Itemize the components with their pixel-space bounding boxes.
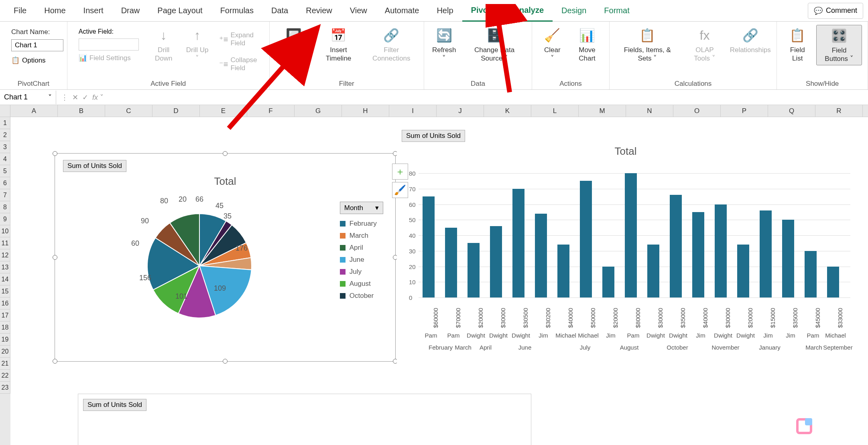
- legend-item[interactable]: April: [340, 244, 383, 252]
- row-1[interactable]: 1: [0, 117, 10, 129]
- resize-handle-tl[interactable]: [53, 151, 57, 156]
- col-B[interactable]: B: [58, 105, 105, 117]
- col-A[interactable]: A: [10, 105, 58, 117]
- row-12[interactable]: 12: [0, 249, 10, 261]
- drill-up-button[interactable]: ↑ Drill Up ˅: [183, 25, 212, 65]
- col-J[interactable]: J: [437, 105, 484, 117]
- tab-help[interactable]: Help: [428, 0, 462, 21]
- tab-draw[interactable]: Draw: [112, 0, 149, 21]
- row-22[interactable]: 22: [0, 370, 10, 382]
- bar[interactable]: [423, 196, 435, 297]
- pie-legend-dropdown[interactable]: Month ▾: [340, 202, 383, 214]
- bar[interactable]: [760, 210, 772, 297]
- col-Q[interactable]: Q: [768, 105, 815, 117]
- bar[interactable]: [670, 195, 682, 297]
- row-9[interactable]: 9: [0, 213, 10, 225]
- tab-format[interactable]: Format: [595, 0, 638, 21]
- legend-item[interactable]: March: [340, 232, 383, 240]
- row-23[interactable]: 23: [0, 382, 10, 394]
- fx-icon[interactable]: fx ˅: [92, 93, 104, 102]
- row-3[interactable]: 3: [0, 141, 10, 153]
- col-R[interactable]: R: [815, 105, 863, 117]
- row-11[interactable]: 11: [0, 237, 10, 249]
- filter-connections-button[interactable]: 🔗 Filter Connections: [365, 25, 418, 65]
- resize-handle-bm[interactable]: [223, 359, 228, 364]
- drill-down-button[interactable]: ↓ Drill Down: [148, 25, 179, 65]
- row-13[interactable]: 13: [0, 261, 10, 273]
- comment-button[interactable]: 💬 Comment: [808, 3, 863, 19]
- dots-icon[interactable]: ⋮: [61, 93, 68, 102]
- options-button[interactable]: 📋 Options: [11, 55, 63, 66]
- row-20[interactable]: 20: [0, 346, 10, 358]
- tab-data[interactable]: Data: [262, 0, 297, 21]
- bar[interactable]: [468, 243, 480, 297]
- bar-chart[interactable]: Sum of Units Sold Total ＋ 🖌️ 01020304050…: [397, 125, 854, 388]
- row-7[interactable]: 7: [0, 189, 10, 201]
- row-4[interactable]: 4: [0, 153, 10, 165]
- tab-automate[interactable]: Automate: [376, 0, 428, 21]
- row-8[interactable]: 8: [0, 201, 10, 213]
- bar[interactable]: [580, 181, 592, 297]
- row-17[interactable]: 17: [0, 309, 10, 322]
- bar[interactable]: [535, 214, 547, 297]
- legend-item[interactable]: June: [340, 256, 383, 264]
- pie-value-field-button[interactable]: Sum of Units Sold: [63, 160, 126, 172]
- expand-field-button[interactable]: ⁺≡ Expand Field: [216, 29, 264, 50]
- tab-pivotchart-analyze[interactable]: PivotChart Analyze: [462, 0, 553, 22]
- bar[interactable]: [737, 245, 749, 297]
- bar[interactable]: [625, 173, 637, 297]
- check-icon[interactable]: ✓: [82, 93, 88, 102]
- row-2[interactable]: 2: [0, 129, 10, 141]
- row-21[interactable]: 21: [0, 358, 10, 370]
- tab-file[interactable]: File: [5, 0, 35, 21]
- chart-elements-button[interactable]: ＋: [392, 164, 408, 180]
- fields-items-sets-button[interactable]: 📋 Fields, Items, & Sets ˅: [615, 25, 680, 65]
- row-10[interactable]: 10: [0, 225, 10, 237]
- legend-item[interactable]: July: [340, 268, 383, 276]
- bar[interactable]: [805, 251, 817, 297]
- field-list-button[interactable]: 📋 Field List: [783, 25, 812, 65]
- row-6[interactable]: 6: [0, 177, 10, 189]
- row-16[interactable]: 16: [0, 297, 10, 309]
- resize-handle-bl[interactable]: [53, 359, 57, 364]
- pie-chart-title[interactable]: Total: [55, 175, 395, 188]
- bar[interactable]: [647, 245, 659, 297]
- resize-handle-ml[interactable]: [53, 255, 57, 260]
- col-O[interactable]: O: [673, 105, 721, 117]
- col-C[interactable]: C: [105, 105, 152, 117]
- row-18[interactable]: 18: [0, 322, 10, 334]
- formula-input[interactable]: [108, 91, 868, 104]
- olap-tools-button[interactable]: fx OLAP Tools ˅: [684, 25, 726, 65]
- bar[interactable]: [602, 267, 614, 298]
- refresh-button[interactable]: 🔄 Refresh˅: [430, 25, 459, 65]
- cancel-icon[interactable]: ✕: [72, 93, 78, 102]
- collapse-field-button[interactable]: ⁻≡ Collapse Field: [216, 54, 264, 75]
- bar-value-field-button[interactable]: Sum of Units Sold: [402, 130, 465, 142]
- col-I[interactable]: I: [389, 105, 437, 117]
- col-D[interactable]: D: [152, 105, 200, 117]
- tab-home[interactable]: Home: [35, 0, 74, 21]
- chart-name-input[interactable]: [11, 39, 63, 51]
- bar-chart-title[interactable]: Total: [397, 145, 854, 158]
- insert-slicer-button[interactable]: 🔲 Insert Slicer: [275, 25, 313, 65]
- bar[interactable]: [715, 204, 727, 298]
- pie-plot[interactable]: [135, 202, 264, 330]
- active-field-input[interactable]: [79, 38, 139, 51]
- row-14[interactable]: 14: [0, 273, 10, 285]
- col-G[interactable]: G: [295, 105, 342, 117]
- insert-timeline-button[interactable]: 📅 Insert Timeline: [316, 25, 360, 65]
- legend-item[interactable]: August: [340, 280, 383, 288]
- relationships-button[interactable]: 🔗 Relationships: [730, 25, 771, 56]
- tab-page-layout[interactable]: Page Layout: [148, 0, 211, 21]
- clear-button[interactable]: 🧹 Clear˅: [538, 25, 567, 65]
- bar[interactable]: [445, 228, 457, 297]
- col-N[interactable]: N: [626, 105, 673, 117]
- col-H[interactable]: H: [342, 105, 389, 117]
- name-box[interactable]: Chart 1 ˅: [0, 91, 56, 104]
- tab-formulas[interactable]: Formulas: [211, 0, 262, 21]
- tab-view[interactable]: View: [341, 0, 376, 21]
- col-P[interactable]: P: [721, 105, 768, 117]
- select-all-corner[interactable]: [0, 105, 10, 117]
- bar[interactable]: [557, 245, 569, 297]
- legend-item[interactable]: February: [340, 220, 383, 228]
